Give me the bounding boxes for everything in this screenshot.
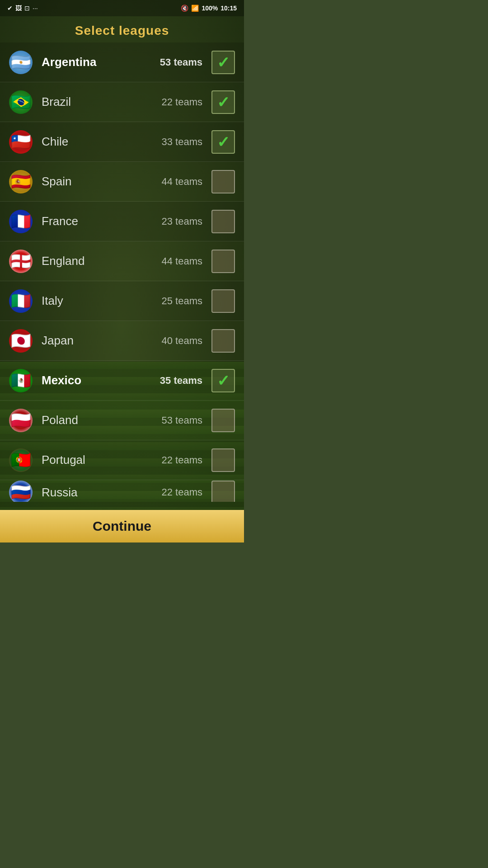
league-teams-poland: 53 teams xyxy=(144,415,202,426)
league-item-portugal[interactable]: 🇵🇹 Portugal 22 teams xyxy=(0,440,244,480)
league-item-chile[interactable]: 🇨🇱 Chile 33 teams ✓ xyxy=(0,122,244,162)
continue-label: Continue xyxy=(93,519,151,534)
flag-japan: 🇯🇵 xyxy=(9,329,33,353)
checkbox-england[interactable] xyxy=(211,250,235,273)
league-teams-spain: 44 teams xyxy=(144,176,202,188)
checkbox-brazil[interactable]: ✓ xyxy=(211,90,235,114)
league-teams-italy: 25 teams xyxy=(144,295,202,307)
checkbox-japan[interactable] xyxy=(211,329,235,353)
app-icon-2: 🖼 xyxy=(15,5,22,12)
checkbox-spain[interactable] xyxy=(211,170,235,193)
flag-france: 🇫🇷 xyxy=(9,210,33,233)
flag-poland: 🇵🇱 xyxy=(9,409,33,432)
status-right: 🔇 📶 100% 10:15 xyxy=(181,5,237,12)
league-name-portugal: Portugal xyxy=(42,453,144,467)
league-teams-france: 23 teams xyxy=(144,216,202,227)
clock: 10:15 xyxy=(221,5,237,12)
status-icons: ✔ 🖼 ⊡ ··· xyxy=(7,5,38,12)
app-icon-1: ✔ xyxy=(7,5,13,12)
league-name-england: England xyxy=(42,254,144,268)
league-teams-russia: 22 teams xyxy=(144,486,202,498)
more-icon: ··· xyxy=(33,5,38,12)
battery-label: 100% xyxy=(202,5,218,12)
status-bar: ✔ 🖼 ⊡ ··· 🔇 📶 100% 10:15 xyxy=(0,0,244,16)
league-item-poland[interactable]: 🇵🇱 Poland 53 teams xyxy=(0,401,244,440)
app-icon-3: ⊡ xyxy=(24,5,30,12)
checkbox-russia[interactable] xyxy=(211,481,235,502)
continue-button[interactable]: Continue xyxy=(0,510,244,542)
league-name-france: France xyxy=(42,214,144,228)
checkmark-argentina: ✓ xyxy=(217,55,230,70)
flag-argentina: 🇦🇷 xyxy=(9,51,33,74)
checkmark-brazil: ✓ xyxy=(217,94,230,110)
league-teams-brazil: 22 teams xyxy=(144,96,202,108)
flag-mexico: 🇲🇽 xyxy=(9,369,33,392)
checkbox-chile[interactable]: ✓ xyxy=(211,130,235,154)
league-teams-mexico: 35 teams xyxy=(144,375,202,387)
flag-italy: 🇮🇹 xyxy=(9,289,33,313)
checkbox-poland[interactable] xyxy=(211,409,235,432)
league-teams-japan: 40 teams xyxy=(144,335,202,347)
league-name-russia: Russia xyxy=(42,486,144,500)
checkbox-france[interactable] xyxy=(211,210,235,233)
checkbox-mexico[interactable]: ✓ xyxy=(211,369,235,392)
league-item-japan[interactable]: 🇯🇵 Japan 40 teams xyxy=(0,321,244,361)
league-name-spain: Spain xyxy=(42,175,144,189)
league-name-chile: Chile xyxy=(42,135,144,149)
league-teams-portugal: 22 teams xyxy=(144,454,202,466)
league-item-england[interactable]: 🏴󠁧󠁢󠁥󠁮󠁧󠁿 England 44 teams xyxy=(0,241,244,281)
checkbox-portugal[interactable] xyxy=(211,448,235,472)
league-item-brazil[interactable]: 🇧🇷 Brazil 22 teams ✓ xyxy=(0,82,244,122)
flag-england: 🏴󠁧󠁢󠁥󠁮󠁧󠁿 xyxy=(9,250,33,273)
leagues-list: 🇦🇷 Argentina 53 teams ✓ 🇧🇷 Brazil 22 tea… xyxy=(0,42,244,502)
league-name-argentina: Argentina xyxy=(42,55,144,69)
league-teams-chile: 33 teams xyxy=(144,136,202,148)
page-title: Select leagues xyxy=(0,16,244,42)
checkbox-italy[interactable] xyxy=(211,289,235,313)
league-item-mexico[interactable]: 🇲🇽 Mexico 35 teams ✓ xyxy=(0,361,244,401)
league-teams-argentina: 53 teams xyxy=(144,57,202,68)
checkbox-argentina[interactable]: ✓ xyxy=(211,51,235,74)
main-content: Select leagues 🇦🇷 Argentina 53 teams ✓ 🇧… xyxy=(0,16,244,542)
league-name-japan: Japan xyxy=(42,334,144,348)
mute-icon: 🔇 xyxy=(181,5,188,12)
league-item-italy[interactable]: 🇮🇹 Italy 25 teams xyxy=(0,281,244,321)
league-item-argentina[interactable]: 🇦🇷 Argentina 53 teams ✓ xyxy=(0,42,244,82)
checkmark-chile: ✓ xyxy=(217,134,230,150)
league-name-mexico: Mexico xyxy=(42,373,144,387)
flag-brazil: 🇧🇷 xyxy=(9,90,33,114)
league-name-poland: Poland xyxy=(42,413,144,427)
league-item-france[interactable]: 🇫🇷 France 23 teams xyxy=(0,202,244,241)
league-name-italy: Italy xyxy=(42,294,144,308)
flag-russia: 🇷🇺 xyxy=(9,481,33,502)
flag-spain: 🇪🇸 xyxy=(9,170,33,193)
league-item-spain[interactable]: 🇪🇸 Spain 44 teams xyxy=(0,162,244,202)
checkmark-mexico: ✓ xyxy=(217,373,230,388)
flag-portugal: 🇵🇹 xyxy=(9,448,33,472)
wifi-icon: 📶 xyxy=(191,5,199,12)
league-teams-england: 44 teams xyxy=(144,255,202,267)
flag-chile: 🇨🇱 xyxy=(9,130,33,154)
league-item-russia[interactable]: 🇷🇺 Russia 22 teams xyxy=(0,480,244,502)
league-name-brazil: Brazil xyxy=(42,95,144,109)
